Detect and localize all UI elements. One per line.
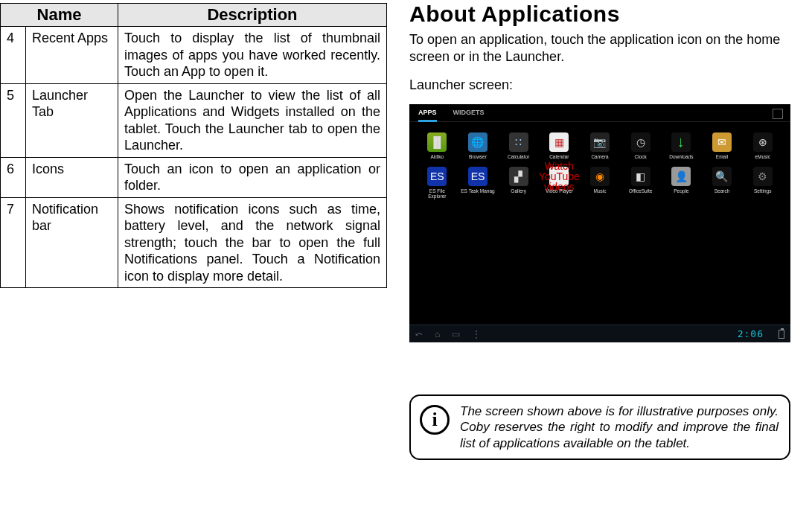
about-intro: To open an application, touch the applic…: [409, 31, 799, 66]
row-num: 4: [1, 27, 26, 84]
th-name: Name: [1, 4, 118, 27]
app-es-task-manag[interactable]: ESES Task Manag: [461, 167, 496, 199]
app-icon: 🔍: [712, 167, 732, 186]
launcher-tabs: APPS WIDGETS: [409, 104, 790, 122]
home-icon[interactable]: ⌂: [435, 329, 440, 339]
app-icon: ⊛: [753, 132, 773, 152]
row-desc: Open the Launcher to view the list of al…: [118, 83, 387, 157]
description-table: Name Description 4 Recent Apps Touch to …: [0, 3, 387, 288]
row-num: 6: [1, 157, 26, 197]
app-icon: ES: [427, 167, 447, 186]
info-note: i The screen shown above is for illustra…: [409, 394, 790, 460]
app-icon: 📷: [590, 132, 610, 152]
app-camera[interactable]: 📷Camera: [583, 132, 618, 159]
app-label: People: [674, 188, 688, 194]
app-grid: ▐▌Aldiko🌐Browser∷Calculator▦Calendar📷Cam…: [409, 122, 790, 199]
left-column: Name Description 4 Recent Apps Touch to …: [0, 0, 387, 524]
app-icon: ⚙: [753, 167, 773, 186]
app-icon: ▐▌: [427, 132, 447, 152]
app-label: OfficeSuite: [629, 188, 653, 194]
shop-icon[interactable]: [773, 109, 783, 119]
app-settings[interactable]: ⚙Settings: [745, 167, 780, 199]
app-icon: ◷: [631, 132, 650, 152]
table-row: 4 Recent Apps Touch to display the list …: [1, 27, 387, 84]
app-search[interactable]: 🔍Search: [705, 167, 740, 199]
app-label: Calculator: [508, 154, 529, 159]
row-name: Icons: [26, 157, 118, 197]
row-name: Recent Apps: [26, 27, 118, 84]
app-downloads[interactable]: ⭣Downloads: [664, 132, 699, 159]
app-label: Music: [594, 188, 607, 194]
app-gallery[interactable]: ▞Gallery: [501, 167, 536, 199]
app-icon: ◉: [590, 167, 610, 186]
app-video-player[interactable]: Watch YouTube videosVideo Player: [542, 167, 577, 199]
battery-icon: [779, 330, 784, 339]
menu-icon[interactable]: ⋮: [472, 329, 481, 339]
tab-widgets[interactable]: WIDGETS: [453, 109, 485, 121]
app-calculator[interactable]: ∷Calculator: [501, 132, 536, 159]
row-name: Launcher Tab: [26, 83, 118, 157]
app-label: Gallery: [511, 188, 526, 194]
app-officesuite[interactable]: ◧OfficeSuite: [623, 167, 658, 199]
app-label: Downloads: [669, 154, 693, 159]
about-heading: About Applications: [409, 1, 799, 27]
row-desc: Touch to display the list of thumbnail i…: [118, 27, 387, 84]
row-desc: Shows notification icons such as time, b…: [118, 197, 387, 288]
app-calendar[interactable]: ▦Calendar: [542, 132, 577, 159]
app-label: Email: [716, 154, 728, 159]
table-row: 6 Icons Touch an icon to open an applica…: [1, 157, 387, 197]
app-label: Clock: [635, 154, 647, 159]
row-desc: Touch an icon to open an application or …: [118, 157, 387, 197]
tab-apps[interactable]: APPS: [418, 109, 437, 122]
app-icon: ▦: [549, 132, 569, 152]
app-label: Settings: [754, 188, 772, 194]
app-label: Video Player: [546, 188, 573, 194]
app-es-file-explorer[interactable]: ESES File Explorer: [420, 167, 455, 199]
app-icon: ∷: [509, 132, 528, 152]
app-label: Camera: [591, 154, 608, 159]
recent-icon[interactable]: ▭: [452, 329, 460, 339]
app-browser[interactable]: 🌐Browser: [461, 132, 496, 159]
app-aldiko[interactable]: ▐▌Aldiko: [420, 132, 455, 159]
th-description: Description: [118, 4, 387, 27]
info-icon: i: [420, 405, 450, 435]
table-row: 5 Launcher Tab Open the Launcher to view…: [1, 83, 387, 157]
app-label: Search: [715, 188, 730, 194]
launcher-label: Launcher screen:: [409, 77, 799, 94]
app-label: Browser: [469, 154, 487, 159]
launcher-screenshot: APPS WIDGETS ▐▌Aldiko🌐Browser∷Calculator…: [409, 104, 790, 342]
app-email[interactable]: ✉Email: [705, 132, 740, 159]
app-people[interactable]: 👤People: [664, 167, 699, 199]
app-label: ES File Explorer: [420, 188, 455, 199]
app-label: ES Task Manag: [461, 188, 494, 194]
app-emusic[interactable]: ⊛eMusic: [745, 132, 780, 159]
app-label: Calendar: [549, 154, 569, 159]
app-icon: ▞: [509, 167, 528, 186]
right-column: About Applications To open an applicatio…: [409, 0, 799, 524]
app-icon: ⭣: [671, 132, 691, 152]
row-num: 5: [1, 83, 26, 157]
back-icon[interactable]: ⤺: [415, 329, 423, 339]
row-name: Notification bar: [26, 197, 118, 288]
app-label: eMusic: [755, 154, 770, 159]
system-nav-bar: ⤺ ⌂ ▭ ⋮ 2:06: [409, 325, 790, 342]
app-clock[interactable]: ◷Clock: [623, 132, 658, 159]
app-icon: ✉: [712, 132, 732, 152]
app-icon: ES: [468, 167, 487, 186]
app-label: Aldiko: [430, 154, 444, 159]
app-music[interactable]: ◉Music: [583, 167, 618, 199]
app-icon: 👤: [671, 167, 691, 186]
app-icon: ◧: [631, 167, 650, 186]
note-text: The screen shown above is for illustrati…: [460, 403, 779, 451]
status-time: 2:06: [738, 328, 764, 339]
table-row: 7 Notification bar Shows notification ic…: [1, 197, 387, 288]
row-num: 7: [1, 197, 26, 288]
app-icon: Watch YouTube videos: [549, 167, 569, 186]
app-icon: 🌐: [468, 132, 487, 152]
